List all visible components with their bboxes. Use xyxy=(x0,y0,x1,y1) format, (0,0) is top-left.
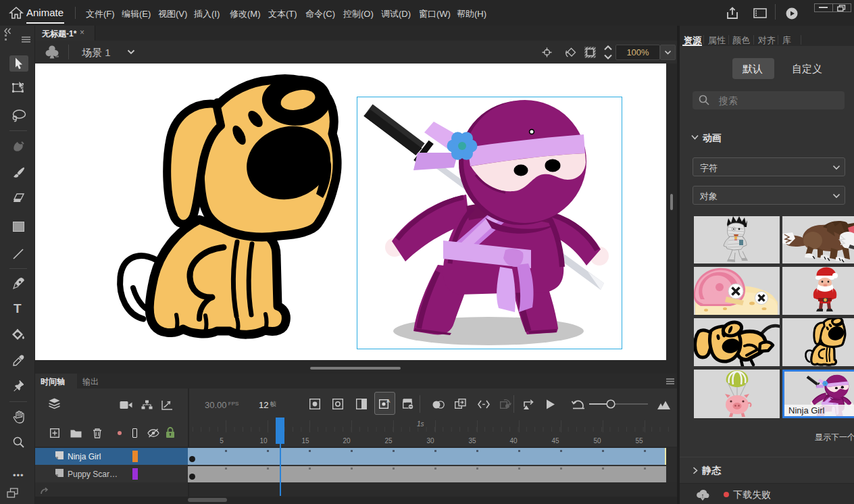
svg-text:5: 5 xyxy=(220,437,224,445)
svg-text:25: 25 xyxy=(384,437,393,445)
svg-text:50: 50 xyxy=(593,437,601,445)
svg-text:35: 35 xyxy=(468,437,476,445)
svg-text:20: 20 xyxy=(343,437,351,445)
svg-text:30: 30 xyxy=(426,437,434,445)
svg-text:40: 40 xyxy=(509,437,518,445)
svg-text:15: 15 xyxy=(301,437,309,445)
svg-text:45: 45 xyxy=(551,437,559,445)
svg-text:55: 55 xyxy=(635,437,643,445)
svg-text:10: 10 xyxy=(259,437,268,445)
svg-text:A: A xyxy=(386,398,391,404)
